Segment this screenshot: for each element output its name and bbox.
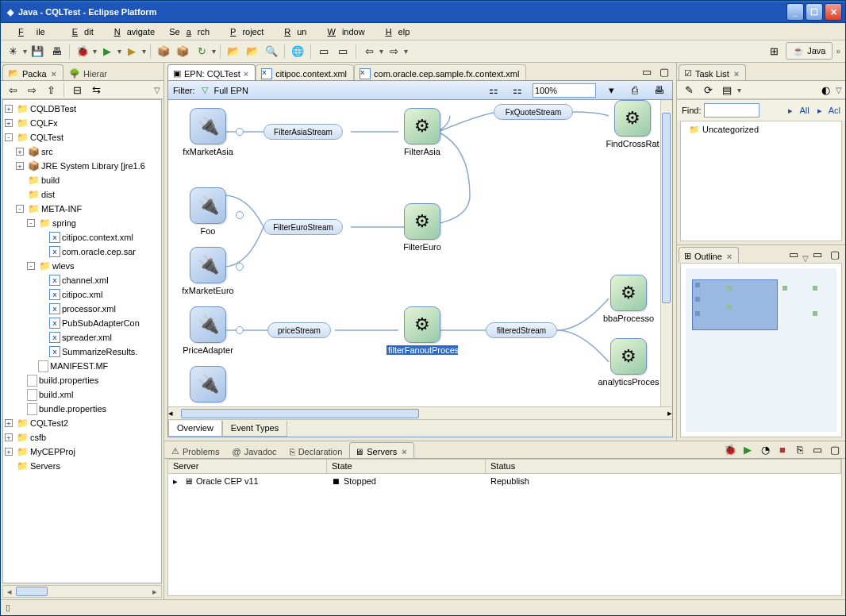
tree-item[interactable]: +📁 CQLTest2 [5, 417, 160, 429]
close-icon[interactable]: × [727, 252, 732, 261]
maximize-button[interactable]: ☐ [806, 3, 823, 21]
table-row[interactable]: ▸🖥 Oracle CEP v11 ⏹ Stopped Republish [168, 474, 841, 488]
new-task-icon[interactable]: ✎ [680, 81, 698, 98]
close-icon[interactable]: × [244, 69, 248, 79]
epn-canvas[interactable]: 🔌fxMarketAsia 🔌Foo 🔌fxMarketEuro 🔌PriceA… [168, 100, 672, 406]
tree-item[interactable]: X SummarizeResults. [5, 345, 160, 358]
col-status[interactable]: Status [486, 460, 841, 473]
zoom-input[interactable] [533, 83, 596, 98]
project-tree[interactable]: +📁 CQLDBTest+📁 CQLFx-📁 CQLTest+📦 src+📦 J… [2, 99, 162, 583]
task-categories[interactable]: 📁 Uncategorized [680, 121, 842, 241]
tab-hierarchy[interactable]: 🌳 Hierar [63, 64, 114, 80]
toggle2-button[interactable]: ▭ [334, 43, 352, 60]
tree-item[interactable]: -📁 META-INF [5, 202, 160, 215]
tree-item[interactable]: +📁 MyCEPProj [5, 445, 160, 458]
tree-item[interactable]: build.xml [5, 388, 160, 401]
editor-tab-oracle[interactable]: X com.oracle.cep.sample.fx.context.xml [354, 64, 526, 80]
focus-icon[interactable]: ◐ [817, 81, 834, 98]
more-icon[interactable]: » [836, 47, 840, 56]
tree-item[interactable]: X citipoc.xml [5, 288, 160, 301]
menu-edit[interactable]: Edit [60, 25, 100, 38]
maximize-view-icon[interactable]: ▢ [826, 245, 844, 263]
tree-item[interactable]: build.properties [5, 374, 160, 387]
new-type-button[interactable]: ↻ [193, 43, 210, 60]
node-fxmarketeuro[interactable]: 🔌fxMarketEuro [176, 247, 240, 295]
tree-item[interactable]: MANIFEST.MF [5, 360, 160, 372]
view-menu-icon[interactable]: ▽ [154, 86, 160, 94]
menu-search[interactable]: Search [163, 25, 216, 38]
tab-problems[interactable]: ⚠ Problems [166, 442, 226, 458]
tree-item[interactable]: +📦 src [5, 145, 160, 158]
minimize-editor-icon[interactable]: ▭ [638, 63, 656, 80]
node-priceadapter[interactable]: 🔌PriceAdapter [176, 306, 240, 355]
tree-item[interactable]: -📁 CQLTest [5, 131, 160, 144]
tree-item[interactable]: +📁 CQLFx [5, 117, 160, 129]
find-input[interactable] [704, 103, 759, 117]
maximize-editor-icon[interactable]: ▢ [656, 63, 673, 80]
tab-overview[interactable]: Overview [168, 421, 222, 437]
tab-declaration[interactable]: ⎘ Declaration [284, 442, 350, 458]
outline-minimap[interactable] [680, 263, 842, 437]
tab-javadoc[interactable]: @ Javadoc [226, 442, 283, 458]
collapse-all-icon[interactable]: ⊟ [68, 81, 86, 98]
link-editor-icon[interactable]: ⇆ [87, 81, 105, 98]
tree-item[interactable]: X citipoc.context.xml [5, 231, 160, 244]
new-package-button[interactable]: 📦 [155, 43, 172, 60]
stream-price[interactable]: priceStream [267, 322, 331, 338]
filter-mode[interactable]: Full EPN [214, 86, 248, 95]
col-state[interactable]: State [327, 460, 486, 473]
open-task-button[interactable]: 📂 [244, 43, 261, 60]
acl-link[interactable]: Acl [829, 106, 840, 115]
minimize-view-icon[interactable]: ▭ [809, 245, 826, 263]
close-icon[interactable]: × [734, 69, 739, 79]
node-findcrossrat[interactable]: ⚙FindCrossRat [601, 100, 664, 148]
editor-tab-epn[interactable]: ▣ EPN: CQLTest × [167, 64, 256, 80]
tab-servers[interactable]: 🖥 Servers × [349, 442, 413, 458]
menu-run[interactable]: Run [271, 25, 313, 38]
col-server[interactable]: Server [168, 460, 327, 473]
menu-navigate[interactable]: Navigate [102, 25, 161, 38]
stream-filterasia[interactable]: FilterAsiaStream [263, 124, 343, 140]
view-menu-icon[interactable]: ▽ [836, 86, 842, 94]
maximize-view-icon[interactable]: ▢ [826, 441, 844, 458]
menu-help[interactable]: Help [373, 25, 417, 38]
toggle-button[interactable]: ▭ [315, 43, 333, 60]
tree-item[interactable]: 📁 dist [5, 188, 160, 201]
debug-server-icon[interactable]: 🐞 [721, 441, 739, 458]
up-icon[interactable]: ⇧ [42, 81, 60, 98]
publish-server-icon[interactable]: ⎘ [791, 441, 809, 458]
back-icon[interactable]: ⇦ [4, 81, 21, 98]
tree-item[interactable]: X PubSubAdapterCon [5, 317, 160, 329]
menu-file[interactable]: File [6, 25, 58, 38]
tab-package-explorer[interactable]: 📂 Packa × [2, 64, 63, 80]
node-analyticsprocessor[interactable]: ⚙analyticsProces [597, 338, 660, 387]
stop-server-icon[interactable]: ■ [774, 441, 791, 458]
tree-item[interactable]: +📁 CQLDBTest [5, 102, 160, 115]
tab-outline[interactable]: ⊞ Outline × [679, 247, 739, 263]
close-icon[interactable]: × [52, 69, 56, 79]
tree-item[interactable]: -📁 spring [5, 217, 160, 229]
new-button[interactable]: ✳ [4, 43, 21, 60]
node-filterasia[interactable]: ⚙FilterAsia [390, 108, 454, 156]
minimize-button[interactable]: _ [786, 3, 804, 21]
minimize-view-icon[interactable]: ▭ [809, 441, 826, 458]
print-button[interactable]: 🖶 [48, 43, 65, 60]
view-menu-icon[interactable]: ▽ [802, 254, 809, 263]
servers-table[interactable]: Server State Status ▸🖥 Oracle CEP v11 ⏹ … [167, 459, 842, 596]
node-fxmarketasia[interactable]: 🔌fxMarketAsia [176, 108, 240, 156]
node-filtereuro[interactable]: ⚙FilterEuro [390, 203, 454, 252]
open-folder-button[interactable]: 📂 [225, 43, 242, 60]
zoom-dropdown-icon[interactable]: ▾ [602, 82, 620, 99]
sync-icon[interactable]: ⟳ [699, 81, 717, 98]
editor-tab-citipoc[interactable]: X citipoc.context.xml [256, 64, 354, 80]
export-icon[interactable]: ⎙ [626, 82, 644, 99]
run-button[interactable]: ▶ [98, 43, 116, 60]
categorize-icon[interactable]: ▤ [718, 81, 736, 98]
node-bbaprocessor[interactable]: ⚙bbaProcesso [597, 275, 660, 323]
node-foo[interactable]: 🔌Foo [176, 187, 240, 236]
forward-icon[interactable]: ⇨ [23, 81, 40, 98]
menu-project[interactable]: Project [217, 25, 270, 38]
tree-hscrollbar[interactable]: ◂▸ [2, 585, 162, 598]
stream-filtereuro[interactable]: FilterEuroStream [263, 219, 343, 235]
new-class-button[interactable]: 📦 [174, 43, 191, 60]
